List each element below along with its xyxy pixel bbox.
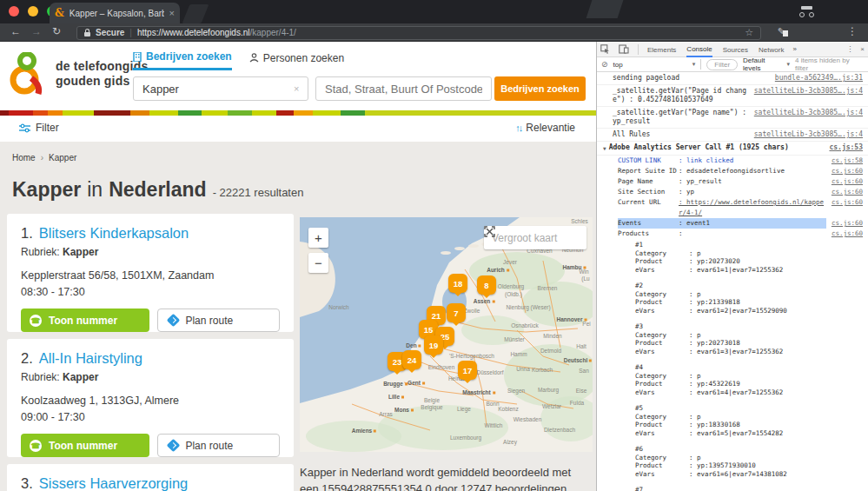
source-link[interactable]: cs.js:60 — [832, 176, 863, 187]
map[interactable]: SchlesNorwichAurichJeverOldenburg(Oldb.)… — [300, 217, 593, 452]
expander-triangle-icon[interactable]: ▼ — [603, 144, 606, 153]
search-what-input[interactable] — [133, 76, 308, 101]
map-cluster-marker[interactable]: 8 — [477, 275, 496, 295]
map-city-label: Bremen — [538, 285, 558, 291]
map-city-label: Lille — [388, 394, 404, 400]
tab-close-icon[interactable]: × — [169, 8, 175, 18]
map-zoom-in-button[interactable]: + — [308, 228, 328, 248]
product-field-label: Category — [635, 413, 689, 421]
console-message-text: _satellite.getVar("Page id change") : 0.… — [613, 87, 747, 104]
breadcrumb-home[interactable]: Home — [12, 153, 36, 163]
console-filter-input[interactable]: Filter — [706, 59, 738, 70]
analytics-call-details: CUSTOM LINK: link clickedcs.js:58Report … — [597, 156, 868, 491]
source-link[interactable]: satelliteLib-3cb3085….js:4 — [754, 109, 863, 117]
context-selector[interactable]: top ▾ — [613, 61, 696, 69]
filter-bar: Filter ↑↓ Relevantie — [0, 116, 596, 142]
product-group: #7Category: p — [597, 486, 868, 491]
new-tab-button[interactable] — [182, 4, 209, 23]
source-link[interactable]: cs.js:58 — [832, 156, 863, 166]
device-toolbar-icon[interactable] — [619, 44, 629, 54]
product-field: Category: p — [597, 249, 868, 258]
detail-value: : event1 — [679, 218, 826, 229]
product-field: Product: yp:21339818 — [597, 298, 868, 307]
map-city-label: Münster — [504, 336, 524, 342]
url-path: /kapper/4-1/ — [250, 28, 296, 37]
devtools-close-icon[interactable]: × — [860, 45, 865, 53]
source-link[interactable]: cs.js:60 — [832, 197, 863, 208]
map-city-label: Alzey — [503, 439, 517, 445]
devtools-tab-elements[interactable]: Elements — [647, 43, 676, 56]
plan-route-button[interactable]: Plan route — [157, 434, 280, 457]
map-city-label: Maastricht — [462, 389, 495, 395]
source-link[interactable]: satelliteLib-3cb3085….js:4 — [754, 130, 863, 139]
more-tabs-icon[interactable]: » — [792, 45, 796, 53]
listing-name-link[interactable]: All-In Hairstyling — [39, 350, 142, 367]
source-link[interactable]: cs.js:60 — [832, 187, 863, 197]
search-submit-button[interactable]: Bedrijven zoeken — [494, 76, 586, 101]
map-cluster-marker[interactable]: 7 — [447, 303, 466, 322]
show-number-button[interactable]: ☎Toon nummer — [21, 309, 149, 332]
clear-search-icon[interactable]: × — [294, 83, 299, 94]
browser-tab[interactable]: & Kapper – Kapsalon, Barbersho × — [50, 3, 180, 23]
detail-value[interactable]: : https://www.detelefoongids.nl/kapper/4… — [679, 197, 826, 218]
map-cluster-marker[interactable]: 24 — [402, 350, 421, 369]
listing-name-link[interactable]: Sissers Haarverzorging — [39, 475, 188, 491]
map-city-label: Detmold — [540, 348, 561, 354]
source-link[interactable]: cs.js:53 — [829, 143, 863, 152]
tab-bedrijven-zoeken[interactable]: Bedrijven zoeken — [133, 50, 232, 70]
product-field-label: eVars — [635, 470, 689, 479]
listing-name-link[interactable]: Blitsers Kinderkapsalon — [39, 225, 189, 242]
map-city-label: Fulda — [570, 400, 584, 406]
inspect-element-icon[interactable] — [600, 44, 610, 54]
product-field-value: : yp:20273020 — [689, 257, 740, 266]
devtools-tab-sources[interactable]: Sources — [723, 43, 748, 56]
log-levels-selector[interactable]: Default levels ▾ — [743, 56, 790, 72]
address-bar[interactable]: Secure | https://www.detelefoongids.nl/k… — [76, 26, 761, 40]
site-logo[interactable]: de telefoongids gouden gids — [9, 52, 148, 96]
product-field-label: Product — [635, 461, 689, 470]
product-field: eVars: evar61=4|evar7=1255362 — [597, 388, 868, 397]
show-number-button[interactable]: ☎Toon nummer — [21, 434, 149, 457]
close-window-button[interactable] — [9, 6, 19, 17]
minimize-window-button[interactable] — [28, 6, 38, 17]
listing-category: Rubriek: Kapper — [21, 371, 280, 383]
product-group: #6Category: pProduct: yp:139571930010eVa… — [597, 445, 868, 478]
browser-menu-icon[interactable]: ⋮ — [847, 25, 858, 37]
source-link[interactable]: cs.js:60 — [832, 166, 863, 176]
listing-list: 1.Blitsers KinderkapsalonRubriek: Kapper… — [7, 214, 294, 491]
map-city-label: Gent — [407, 380, 425, 386]
product-field: Category: p — [597, 372, 868, 381]
map-cluster-marker[interactable]: 19 — [424, 335, 443, 355]
product-field: eVars: evar61=5|evar7=1554282 — [597, 429, 868, 438]
search-where-input[interactable] — [315, 76, 492, 101]
product-field-value: : p — [689, 372, 701, 381]
map-zoom-out-button[interactable]: − — [308, 253, 328, 273]
call-detail-row: Products: cs.js:60 — [597, 229, 868, 239]
devtools-tab-network[interactable]: Network — [759, 43, 784, 56]
console-message: _satellite.getVar("Page name") : yp_resu… — [597, 107, 868, 129]
filter-button[interactable]: Filter — [19, 122, 59, 134]
source-link[interactable]: bundle-a562349….js:31 — [775, 74, 863, 83]
map-city-label: Wiesbaden — [514, 416, 542, 422]
console-message: _satellite.getVar("Page id change") : 0.… — [597, 85, 868, 107]
map-city-label: Korbach — [532, 367, 553, 373]
source-link[interactable]: cs.js:60 — [832, 218, 863, 229]
back-icon[interactable]: ← — [10, 25, 21, 37]
map-cluster-marker[interactable]: 17 — [458, 361, 477, 380]
devtools-tab-console[interactable]: Console — [686, 42, 712, 57]
sort-button[interactable]: ↑↓ Relevantie — [515, 122, 575, 134]
map-city-label: Halt — [576, 343, 586, 349]
tab-personen-zoeken[interactable]: Personen zoeken — [249, 50, 344, 70]
reload-icon[interactable]: ↻ — [52, 25, 61, 37]
plan-route-button[interactable]: Plan route — [157, 309, 280, 332]
extension-pen-icon[interactable]: ✎ — [778, 26, 788, 37]
detail-content: Products: — [618, 229, 826, 239]
bookmark-star-icon[interactable]: ☆ — [745, 27, 753, 38]
clear-console-icon[interactable]: ⊘ — [601, 60, 608, 69]
console-message: sending pageloadbundle-a562349….js:31 — [597, 72, 868, 85]
enlarge-map-button[interactable]: Vergroot kaart — [484, 226, 586, 249]
devtools-menu-icon[interactable]: ⋮ — [846, 45, 853, 53]
map-cluster-marker[interactable]: 18 — [448, 274, 467, 293]
source-link[interactable]: satelliteLib-3cb3085….js:4 — [754, 87, 863, 96]
source-link[interactable]: cs.js:60 — [832, 229, 863, 239]
